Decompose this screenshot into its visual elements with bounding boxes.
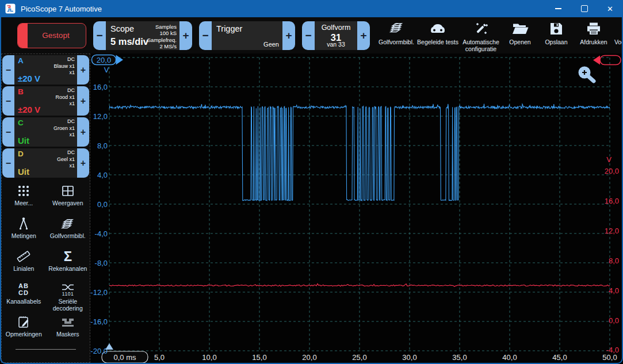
waveform-next-button[interactable]: + (357, 21, 370, 50)
trigger-increase-button[interactable]: + (282, 21, 295, 50)
minimize-button[interactable] (545, 0, 571, 17)
samples-label: Samples (147, 24, 177, 30)
channel-b-letter: B (18, 87, 24, 96)
waveform-nav-group: − Golfvorm 31 van 33 + (302, 21, 370, 50)
stop-start-button[interactable]: Gestopt (17, 23, 86, 48)
axis-marker-red[interactable] (593, 56, 621, 65)
auto-setup-button[interactable]: Automatische configuratie (460, 20, 502, 52)
channel-d-body[interactable]: D Uit DC Geel x1 x1 (14, 148, 77, 178)
trigger-panel[interactable]: Trigger Geen (212, 21, 282, 50)
maximize-icon (581, 5, 588, 12)
channel-c-coupling: DC (53, 118, 75, 125)
maximize-button[interactable] (571, 0, 597, 17)
math-channels-sigma-icon: Σ (60, 247, 76, 266)
channel-d-panel[interactable]: − D Uit DC Geel x1 x1 + (2, 148, 89, 178)
channel-b-probe: Rood x1 (55, 94, 75, 101)
action-label: Voertuigda (614, 39, 622, 45)
channel-b-body[interactable]: B ±20 V DC Rood x1 x1 (14, 86, 77, 116)
channel-b-increase-button[interactable]: + (77, 86, 89, 116)
close-button[interactable]: ✕ (597, 0, 623, 17)
zoom-tool-icon[interactable] (579, 67, 594, 82)
channel-c-probe: Groen x1 (53, 125, 75, 132)
channel-c-scale: x1 (53, 132, 75, 139)
waveform-nav-panel[interactable]: Golfvorm 31 van 33 (315, 21, 357, 50)
channel-d-letter: D (18, 150, 24, 158)
action-label: Automatische configuratie (460, 39, 502, 52)
tool-label: Weergaven (52, 200, 83, 207)
channel-c-body[interactable]: C Uit DC Groen x1 x1 (14, 117, 77, 147)
svg-text:-16,0: -16,0 (90, 317, 108, 326)
trigger-title: Trigger (216, 24, 242, 33)
channel-c-panel[interactable]: − C Uit DC Groen x1 x1 + (2, 117, 89, 147)
svg-text:16,0: 16,0 (605, 197, 619, 205)
scope-sample-info: Samples 100 kS Samplefreq. 2 MS/s (147, 24, 177, 50)
channel-a-panel[interactable]: − A ±20 V DC Blauw x1 x1 + (2, 55, 89, 85)
tool-label: Metingen (12, 233, 36, 240)
save-icon (548, 20, 564, 39)
waveform-library-button[interactable]: Golfvormbibl. (377, 20, 415, 45)
svg-text:V: V (606, 155, 611, 164)
svg-text:45,0: 45,0 (552, 353, 567, 362)
channel-c-increase-button[interactable]: + (77, 117, 89, 147)
samplefreq-label: Samplefreq. (147, 37, 177, 44)
printer-icon (585, 20, 602, 39)
open-button[interactable]: Openen (503, 20, 537, 45)
tool-label: Golfvormbibl. (50, 233, 86, 240)
channel-b-panel[interactable]: − B ±20 V DC Rood x1 x1 + (2, 86, 89, 116)
channel-d-increase-button[interactable]: + (77, 148, 89, 178)
sidebar-item-channel-labels[interactable]: AB CD Kanaallabels (2, 280, 46, 313)
axis-marker-blue[interactable]: 20,0 (92, 55, 124, 65)
tool-label: Maskers (56, 331, 79, 338)
scope-increase-button[interactable]: + (179, 21, 192, 50)
channel-a-letter: A (18, 56, 24, 65)
channel-b-decrease-button[interactable]: − (2, 86, 14, 116)
print-button[interactable]: Afdrukken (576, 20, 611, 45)
channel-a-probe: Blauw x1 (53, 63, 75, 70)
svg-text:8,0: 8,0 (609, 256, 619, 265)
action-label: Begeleide tests (417, 39, 458, 45)
open-folder-icon (511, 20, 529, 39)
stop-indicator (18, 24, 28, 48)
scope-decrease-button[interactable]: − (93, 21, 106, 50)
svg-text:35,0: 35,0 (452, 353, 467, 362)
channel-d-scale: x1 (57, 163, 75, 170)
svg-text:16,0: 16,0 (93, 83, 108, 91)
channel-a-increase-button[interactable]: + (77, 55, 89, 85)
guided-tests-button[interactable]: Begeleide tests (417, 20, 458, 45)
channel-d-probe: Geel x1 (57, 156, 75, 163)
tool-label: Kanaallabels (6, 298, 41, 305)
sidebar-item-math-channels[interactable]: Σ Rekenkanalen (46, 247, 90, 280)
waveform-nav-title: Golfvorm (315, 24, 357, 32)
svg-text:1101: 1101 (62, 291, 74, 297)
channel-sidebar: − A ±20 V DC Blauw x1 x1 + − B ±20 V DC … (1, 53, 90, 363)
scope-panel[interactable]: Scope 5 ms/div Samples 100 kS Samplefreq… (106, 21, 179, 50)
minimize-icon (555, 8, 561, 9)
svg-text:25,0: 25,0 (352, 353, 366, 362)
channel-a-info: DC Blauw x1 x1 (53, 56, 75, 76)
save-button[interactable]: Opslaan (538, 20, 574, 45)
plot-canvas[interactable]: 0,0 ms5,010,015,020,025,030,035,040,045,… (90, 53, 622, 363)
channel-a-decrease-button[interactable]: − (2, 55, 14, 85)
channel-d-range: Uit (18, 167, 29, 177)
sidebar-item-measurements[interactable]: Metingen (2, 214, 46, 247)
channel-b-info: DC Rood x1 x1 (55, 87, 75, 108)
channel-d-decrease-button[interactable]: − (2, 148, 14, 178)
waveform-previous-button[interactable]: − (302, 21, 315, 50)
sidebar-item-masks[interactable]: Maskers (46, 313, 90, 346)
auto-setup-wand-icon (472, 20, 490, 39)
sidebar-item-views[interactable]: Weergaven (46, 182, 90, 214)
sidebar-item-rulers[interactable]: Linialen (2, 247, 46, 280)
close-icon: ✕ (607, 5, 613, 13)
sidebar-item-notes[interactable]: Opmerkingen (2, 313, 46, 346)
vehicle-data-button[interactable]: Voertuigda (613, 20, 622, 45)
samplefreq-value: 2 MS/s (147, 43, 177, 50)
sidebar-item-serial-decoding[interactable]: 1101 Seriële decodering (46, 280, 90, 313)
action-label: Golfvormbibl. (379, 39, 414, 45)
trigger-decrease-button[interactable]: − (199, 21, 212, 50)
title-bar: PicoScope 7 Automotive ✕ (0, 0, 623, 17)
sidebar-item-more[interactable]: Meer... (2, 182, 46, 214)
channel-c-decrease-button[interactable]: − (2, 117, 14, 147)
sidebar-item-waveform-library[interactable]: Golfvormbibl. (46, 214, 90, 247)
channel-a-body[interactable]: A ±20 V DC Blauw x1 x1 (14, 55, 77, 85)
tool-label: Rekenkanalen (48, 266, 87, 273)
